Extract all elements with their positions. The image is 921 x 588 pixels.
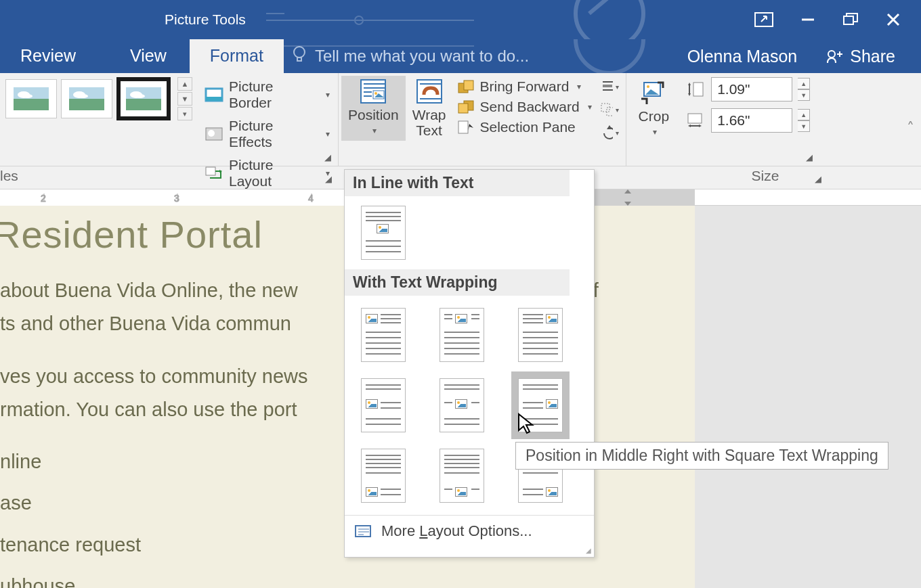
svg-point-0: [576, 0, 643, 39]
svg-point-37: [647, 85, 649, 88]
dialog-launcher-icon[interactable]: ◢: [813, 174, 823, 185]
selection-pane-button[interactable]: Selection Pane: [457, 119, 592, 135]
wrap-text-icon: [414, 78, 444, 104]
svg-point-14: [208, 130, 215, 137]
wrap-text-button[interactable]: Wrap Text: [406, 76, 453, 141]
chevron-down-icon: ▾: [326, 129, 330, 139]
picture-styles-gallery[interactable]: ▲ ▼ ▾: [5, 77, 192, 120]
contextual-tab-picture-tools: Picture Tools: [144, 2, 266, 37]
width-input[interactable]: 1.66": [711, 108, 792, 133]
svg-text:4: 4: [308, 193, 314, 204]
position-icon: [358, 78, 388, 104]
gallery-down-arrow[interactable]: ▼: [177, 92, 192, 106]
group-button[interactable]: ▾: [600, 101, 619, 118]
position-button[interactable]: Position ▾: [341, 76, 406, 141]
gallery-more-arrow[interactable]: ▾: [177, 107, 192, 120]
picture-border-label: Picture Border: [229, 78, 318, 111]
position-middle-left[interactable]: [361, 378, 406, 432]
svg-rect-34: [601, 104, 609, 112]
dialog-launcher-icon[interactable]: ◢: [806, 152, 817, 163]
style-thumb-2[interactable]: [61, 79, 112, 118]
tooltip: Position in Middle Right with Square Tex…: [515, 442, 888, 470]
bring-forward-icon: [457, 79, 475, 94]
restore-button[interactable]: [842, 12, 859, 27]
height-input[interactable]: 1.09": [711, 77, 792, 101]
svg-point-5: [576, 39, 643, 73]
chevron-down-icon: ▾: [372, 126, 377, 135]
svg-text:2: 2: [41, 193, 46, 204]
share-label: Share: [850, 47, 895, 66]
send-backward-label: Send Backward: [480, 99, 580, 115]
height-up[interactable]: ▲: [798, 78, 810, 89]
chevron-down-icon: ▾: [588, 102, 592, 112]
svg-rect-29: [458, 104, 468, 113]
ribbon: ▲ ▼ ▾ Picture Border ▾ Picture Effects ▾: [0, 73, 921, 166]
position-bottom-left[interactable]: [361, 449, 406, 503]
close-button[interactable]: [886, 12, 901, 27]
group-picture-styles: ▲ ▼ ▾ Picture Border ▾ Picture Effects ▾: [0, 73, 339, 166]
collapse-ribbon-icon[interactable]: ˄: [907, 120, 914, 137]
svg-point-8: [828, 51, 835, 58]
svg-rect-49: [595, 189, 695, 206]
rotate-button[interactable]: ▾: [600, 125, 619, 141]
svg-point-20: [374, 92, 377, 95]
position-top-left[interactable]: [361, 308, 406, 362]
position-top-center[interactable]: [440, 308, 484, 362]
tab-review[interactable]: Review: [0, 39, 96, 73]
group-arrange-left: Position ▾ Wrap Text Bring Forward ▾ Sen…: [339, 73, 626, 166]
style-thumb-1[interactable]: [5, 79, 57, 118]
user-name[interactable]: Olenna Mason: [687, 47, 798, 66]
group-size: Crop ▾ 1.09" ▲▼ 1.66" ▲▼ ◢: [626, 73, 820, 166]
tab-format[interactable]: Format: [190, 39, 284, 73]
height-down[interactable]: ▼: [798, 89, 810, 101]
position-bottom-center[interactable]: [440, 449, 484, 503]
svg-rect-35: [607, 108, 613, 116]
position-top-right[interactable]: [518, 308, 563, 362]
bring-forward-button[interactable]: Bring Forward ▾: [457, 78, 592, 95]
picture-effects-button[interactable]: Picture Effects ▾: [202, 116, 333, 152]
picture-effects-icon: [205, 127, 223, 141]
group-label-styles: les: [0, 168, 18, 183]
crop-button[interactable]: Crop ▾: [632, 77, 677, 139]
crop-icon: [639, 80, 668, 106]
style-thumb-3[interactable]: [116, 77, 171, 120]
height-icon: [687, 81, 706, 97]
width-up[interactable]: ▲: [798, 109, 810, 120]
selection-pane-label: Selection Pane: [480, 119, 576, 135]
gallery-up-arrow[interactable]: ▲: [177, 77, 192, 91]
crop-label: Crop: [639, 108, 670, 125]
svg-rect-27: [464, 81, 473, 90]
tab-view[interactable]: View: [110, 39, 187, 73]
dialog-launcher-icon[interactable]: ◢: [325, 174, 336, 185]
ribbon-display-options-icon[interactable]: [754, 12, 773, 27]
send-backward-icon: [457, 99, 475, 114]
position-dropdown: In Line with Text With Text Wrapping Mor…: [344, 169, 595, 558]
share-button[interactable]: Share: [816, 43, 905, 70]
align-button[interactable]: ▾: [600, 78, 619, 95]
more-layout-options[interactable]: More Layout Options...: [345, 515, 594, 547]
dropdown-resizer[interactable]: ◢: [345, 547, 594, 557]
doc-line: about Buena Vida Online, the new: [0, 279, 298, 301]
dropdown-header-inline: In Line with Text: [345, 170, 570, 196]
group-label-size: Size: [752, 168, 779, 183]
chevron-down-icon: ▾: [653, 127, 657, 137]
minimize-button[interactable]: [800, 12, 815, 27]
selection-pane-icon: [457, 120, 475, 135]
svg-rect-40: [688, 114, 702, 123]
send-backward-button[interactable]: Send Backward ▾: [457, 99, 592, 115]
position-middle-center[interactable]: [440, 378, 484, 432]
position-middle-right[interactable]: [518, 378, 563, 432]
svg-rect-7: [297, 58, 301, 61]
lightbulb-icon: [292, 45, 307, 67]
chevron-down-icon: ▾: [577, 82, 581, 91]
dropdown-header-wrapping: With Text Wrapping: [345, 269, 570, 296]
position-inline-option[interactable]: [361, 206, 406, 260]
svg-rect-4: [844, 16, 853, 24]
more-layout-label: More Layout Options...: [381, 522, 532, 540]
dialog-launcher-icon[interactable]: ◢: [324, 152, 335, 163]
width-icon: [687, 112, 706, 129]
picture-border-button[interactable]: Picture Border ▾: [202, 77, 333, 112]
width-down[interactable]: ▼: [798, 120, 810, 132]
position-label: Position: [348, 107, 399, 123]
svg-rect-32: [603, 85, 612, 87]
